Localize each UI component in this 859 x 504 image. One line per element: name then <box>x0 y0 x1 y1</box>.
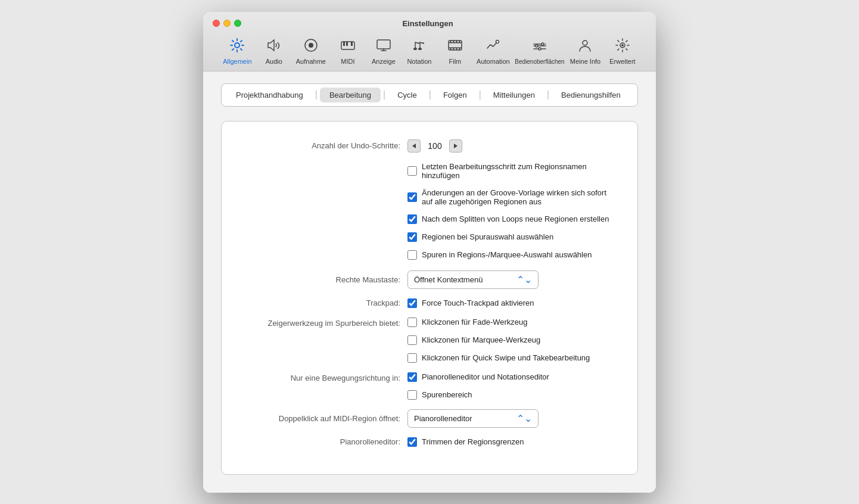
traffic-lights <box>213 20 241 27</box>
checkbox-input-b2[interactable] <box>407 390 417 400</box>
checkbox-cb1[interactable]: Letzten Bearbeitungsschritt zum Regionsn… <box>407 162 614 180</box>
toolbar-label-notation: Notation <box>407 58 431 65</box>
checkbox-input-cb2[interactable] <box>407 192 417 202</box>
checkbox-input-cb4[interactable] <box>407 232 417 242</box>
svg-rect-19 <box>456 48 457 50</box>
tab-folgen[interactable]: Folgen <box>434 88 477 102</box>
checkbox-label-cb1: Letzten Bearbeitungsschritt zum Regionsn… <box>422 162 614 180</box>
svg-rect-12 <box>449 47 462 48</box>
checkbox-trackpad[interactable]: Force Touch-Trackpad aktivieren <box>407 298 534 308</box>
toolbar-item-bedienoberflachen[interactable]: Bedienoberflächen <box>513 35 566 71</box>
checkbox-input-z3[interactable] <box>407 353 417 363</box>
checkbox-cb3[interactable]: Nach dem Splitten von Loops neue Regione… <box>407 214 614 224</box>
settings-panel: Anzahl der Undo-Schritte: 100 Letzten Be… <box>221 121 638 475</box>
toolbar-label-film: Film <box>449 58 462 65</box>
tab-mitteilungen[interactable]: Mitteilungen <box>484 88 544 102</box>
checkbox-z1[interactable]: Klickzonen für Fade-Werkzeug <box>407 318 590 327</box>
checkbox-cb4[interactable]: Regionen bei Spurauswahl auswählen <box>407 232 614 242</box>
bewegungsrichtung-label: Nur eine Bewegungsrichtung in: <box>245 372 400 382</box>
checkbox-z2[interactable]: Klickzonen für Marquee-Werkzeug <box>407 335 590 345</box>
doppelklick-row: Doppelklick auf MIDI-Region öffnet: Pian… <box>245 409 614 428</box>
svg-rect-16 <box>459 41 460 42</box>
minimize-button[interactable] <box>223 20 231 27</box>
toolbar-item-meineinfo[interactable]: Meine Info <box>566 34 605 71</box>
toolbar-item-automation[interactable]: Automation <box>473 34 513 71</box>
toolbar-label-bedienoberflachen: Bedienoberflächen <box>515 58 564 65</box>
toolbar-item-audio[interactable]: Audio <box>256 34 292 71</box>
checkbox-cb2[interactable]: Änderungen an der Groove-Vorlage wirken … <box>407 188 614 206</box>
toolbar-item-film[interactable]: Film <box>437 34 473 71</box>
undo-value: 100 <box>423 141 447 151</box>
tab-cycle[interactable]: Cycle <box>388 88 427 102</box>
svg-point-25 <box>583 41 587 45</box>
toolbar-item-aufnahme[interactable]: Aufnahme <box>292 34 330 71</box>
checkbox-label-cb3: Nach dem Splitten von Loops neue Regione… <box>422 214 609 223</box>
trackpad-row: Trackpad: Force Touch-Trackpad aktiviere… <box>245 298 614 308</box>
checkbox-input-piano[interactable] <box>407 437 417 447</box>
svg-rect-18 <box>453 48 454 50</box>
zeigerwerkzeug-row: Zeigerwerkzeug im Spurbereich bietet: Kl… <box>245 318 614 363</box>
toolbar-label-anzeige: Anzeige <box>372 58 396 65</box>
tab-projekthandhabung[interactable]: Projekthandhabung <box>226 88 313 102</box>
checkbox-label-b1: Pianorolleneditor und Notationseditor <box>422 372 549 381</box>
checkbox-piano[interactable]: Trimmen der Regionsgrenzen <box>407 437 524 447</box>
checkbox-cb5[interactable]: Spuren in Regions-/Marquee-Auswahl auswä… <box>407 250 614 260</box>
audio-icon <box>266 38 282 55</box>
checkbox-label-piano: Trimmen der Regionsgrenzen <box>422 437 524 446</box>
main-window: Einstellungen Allgemein <box>203 12 656 493</box>
checkbox-input-z1[interactable] <box>407 318 417 327</box>
checkbox-label-trackpad: Force Touch-Trackpad aktivieren <box>422 298 534 307</box>
checkbox-label-z1: Klickzonen für Fade-Werkzeug <box>422 318 528 326</box>
svg-rect-11 <box>449 42 462 43</box>
midi-icon <box>340 38 356 55</box>
doppelklick-label: Doppelklick auf MIDI-Region öffnet: <box>245 414 400 423</box>
checkbox-input-b1[interactable] <box>407 372 417 382</box>
svg-rect-5 <box>346 42 348 46</box>
automation-icon <box>485 38 501 55</box>
undo-increment-button[interactable] <box>449 139 462 153</box>
titlebar: Einstellungen Allgemein <box>203 12 656 71</box>
toolbar-label-meineinfo: Meine Info <box>570 58 600 65</box>
select-arrow-doppelklick-icon: ⌃⌄ <box>516 413 532 424</box>
window-title: Einstellungen <box>241 19 614 28</box>
select-arrow-icon: ⌃⌄ <box>516 274 532 285</box>
tab-bearbeitung[interactable]: Bearbeitung <box>320 88 381 102</box>
svg-rect-15 <box>456 41 457 42</box>
checkbox-b1[interactable]: Pianorolleneditor und Notationseditor <box>407 372 549 382</box>
checkbox-label-cb4: Regionen bei Spurauswahl auswählen <box>422 232 553 241</box>
rechte-maustaste-label: Rechte Maustaste: <box>245 275 400 284</box>
close-button[interactable] <box>213 20 220 27</box>
svg-rect-14 <box>453 41 454 42</box>
content-area: Projekthandhabung | Bearbeitung | Cycle … <box>203 71 656 493</box>
tab-bedienungshilfen[interactable]: Bedienungshilfen <box>552 88 630 102</box>
checkbox-label-z2: Klickzonen für Marquee-Werkzeug <box>422 335 540 344</box>
toolbar-item-anzeige[interactable]: Anzeige <box>366 34 402 71</box>
toolbar-label-audio: Audio <box>266 58 282 65</box>
checkbox-label-cb5: Spuren in Regions-/Marquee-Auswahl auswä… <box>422 250 592 259</box>
checkbox-label-z3: Klickzonen für Quick Swipe und Takebearb… <box>422 353 590 362</box>
tab-sep-3: | <box>428 89 432 100</box>
undo-decrement-button[interactable] <box>407 139 421 153</box>
rechte-maustaste-select[interactable]: Öffnet Kontextmenü ⌃⌄ <box>407 270 539 289</box>
toolbar-label-allgemein: Allgemein <box>223 58 251 65</box>
checkbox-input-z2[interactable] <box>407 335 417 345</box>
toolbar-label-automation: Automation <box>477 58 510 65</box>
toolbar-item-notation[interactable]: Notation <box>402 34 437 71</box>
maximize-button[interactable] <box>234 20 241 27</box>
rechte-maustaste-row: Rechte Maustaste: Öffnet Kontextmenü ⌃⌄ <box>245 270 614 289</box>
doppelklick-select[interactable]: Pianorolleneditor ⌃⌄ <box>407 409 539 428</box>
toolbar-item-allgemein[interactable]: Allgemein <box>219 34 256 71</box>
notation-icon <box>412 38 427 55</box>
checkbox-input-trackpad[interactable] <box>407 298 417 308</box>
undo-row: Anzahl der Undo-Schritte: 100 <box>245 139 614 153</box>
toolbar-item-erweitert[interactable]: Erweitert <box>605 34 640 71</box>
checkbox-z3[interactable]: Klickzonen für Quick Swipe und Takebearb… <box>407 353 590 363</box>
checkbox-input-cb5[interactable] <box>407 250 417 260</box>
checkbox-input-cb3[interactable] <box>407 214 417 224</box>
toolbar-item-midi[interactable]: MIDI <box>330 34 366 71</box>
tabs-bar: Projekthandhabung | Bearbeitung | Cycle … <box>221 83 638 107</box>
checkbox-b2[interactable]: Spurenbereich <box>407 390 549 400</box>
meineinfo-icon <box>577 38 593 55</box>
pianorolleneditor-label: Pianorolleneditor: <box>245 437 400 446</box>
checkbox-input-cb1[interactable] <box>407 166 417 176</box>
